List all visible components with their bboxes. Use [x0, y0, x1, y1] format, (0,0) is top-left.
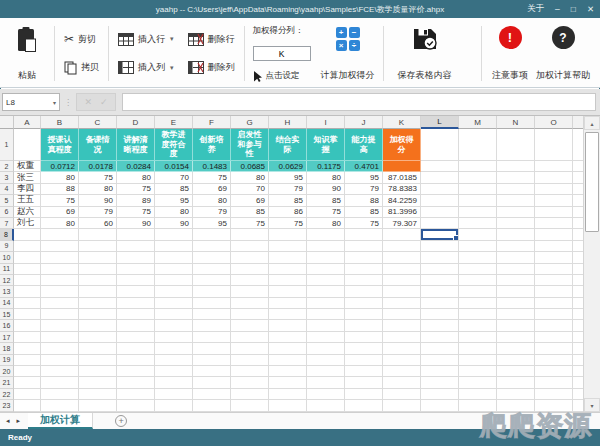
cell-G18[interactable]	[231, 343, 269, 354]
cell-F6[interactable]: 79	[193, 207, 231, 218]
cell-I4[interactable]: 90	[307, 184, 345, 195]
cell-M16[interactable]	[459, 320, 497, 331]
cell-H1[interactable]: 结合实际	[269, 129, 307, 161]
cell-B21[interactable]	[41, 377, 79, 388]
row-header-6[interactable]: 6	[0, 207, 14, 218]
column-header-D[interactable]: D	[117, 116, 155, 129]
cell-N5[interactable]	[497, 195, 535, 206]
cell-O17[interactable]	[535, 332, 573, 343]
cell-N9[interactable]	[497, 241, 535, 252]
row-header-14[interactable]: 14	[0, 298, 14, 309]
cell-C6[interactable]: 79	[79, 207, 117, 218]
cell-J8[interactable]	[345, 229, 383, 240]
cell-C23[interactable]	[79, 400, 117, 411]
formula-input[interactable]	[122, 93, 596, 111]
cell-I7[interactable]: 80	[307, 218, 345, 229]
cell-G8[interactable]	[231, 229, 269, 240]
cell-B5[interactable]: 75	[41, 195, 79, 206]
row-header-21[interactable]: 21	[0, 377, 14, 388]
cell-F15[interactable]	[193, 309, 231, 320]
cell-E17[interactable]	[155, 332, 193, 343]
cell-N18[interactable]	[497, 343, 535, 354]
cell-C18[interactable]	[79, 343, 117, 354]
cell-B3[interactable]: 80	[41, 172, 79, 183]
cell-H21[interactable]	[269, 377, 307, 388]
cell-B12[interactable]	[41, 275, 79, 286]
cell-O18[interactable]	[535, 343, 573, 354]
cell-E16[interactable]	[155, 320, 193, 331]
cell-I8[interactable]	[307, 229, 345, 240]
cell-L15[interactable]	[421, 309, 459, 320]
cell-I15[interactable]	[307, 309, 345, 320]
cell-B14[interactable]	[41, 298, 79, 309]
column-header-J[interactable]: J	[345, 116, 383, 129]
cell-E10[interactable]	[155, 252, 193, 263]
cell-K3[interactable]: 87.0185	[383, 172, 421, 183]
cell-K9[interactable]	[383, 241, 421, 252]
cell-F3[interactable]: 75	[193, 172, 231, 183]
cell-O4[interactable]	[535, 184, 573, 195]
column-header-F[interactable]: F	[193, 116, 231, 129]
cell-N16[interactable]	[497, 320, 535, 331]
cell-O6[interactable]	[535, 207, 573, 218]
row-header-13[interactable]: 13	[0, 286, 14, 297]
cell-B2[interactable]: 0.0712	[41, 161, 79, 172]
add-sheet-button[interactable]: +	[115, 415, 127, 427]
cell-E11[interactable]	[155, 264, 193, 275]
cell-B4[interactable]: 88	[41, 184, 79, 195]
cell-M23[interactable]	[459, 400, 497, 411]
cell-H6[interactable]: 86	[269, 207, 307, 218]
cell-I6[interactable]: 75	[307, 207, 345, 218]
weight-col-input[interactable]	[253, 46, 311, 61]
cell-M20[interactable]	[459, 366, 497, 377]
cell-J4[interactable]: 79	[345, 184, 383, 195]
cell-N3[interactable]	[497, 172, 535, 183]
cell-J21[interactable]	[345, 377, 383, 388]
cell-D20[interactable]	[117, 366, 155, 377]
cell-B15[interactable]	[41, 309, 79, 320]
cell-D9[interactable]	[117, 241, 155, 252]
cell-D1[interactable]: 讲解清晰程度	[117, 129, 155, 161]
column-header-M[interactable]: M	[459, 116, 497, 129]
cell-H18[interactable]	[269, 343, 307, 354]
cell-H17[interactable]	[269, 332, 307, 343]
cell-N8[interactable]	[497, 229, 535, 240]
cell-I3[interactable]: 80	[307, 172, 345, 183]
cell-A22[interactable]	[14, 389, 41, 400]
cell-B18[interactable]	[41, 343, 79, 354]
cell-G4[interactable]: 70	[231, 184, 269, 195]
cell-H14[interactable]	[269, 298, 307, 309]
cell-A12[interactable]	[14, 275, 41, 286]
cell-F7[interactable]: 95	[193, 218, 231, 229]
cell-A11[interactable]	[14, 264, 41, 275]
cell-C19[interactable]	[79, 355, 117, 366]
column-header-I[interactable]: I	[307, 116, 345, 129]
cell-A4[interactable]: 李四	[14, 184, 41, 195]
cell-E12[interactable]	[155, 275, 193, 286]
cell-B1[interactable]: 授课认真程度	[41, 129, 79, 161]
cell-I20[interactable]	[307, 366, 345, 377]
cell-M4[interactable]	[459, 184, 497, 195]
cell-B22[interactable]	[41, 389, 79, 400]
cell-C4[interactable]: 80	[79, 184, 117, 195]
cell-M14[interactable]	[459, 298, 497, 309]
cell-A1[interactable]	[14, 129, 41, 161]
cell-E2[interactable]: 0.0154	[155, 161, 193, 172]
cell-I14[interactable]	[307, 298, 345, 309]
cell-M22[interactable]	[459, 389, 497, 400]
calc-weighted-button[interactable]: + − × ÷ 计算加权得分	[319, 23, 377, 84]
cell-M8[interactable]	[459, 229, 497, 240]
cell-N2[interactable]	[497, 161, 535, 172]
cell-E4[interactable]: 85	[155, 184, 193, 195]
chevron-down-icon[interactable]: ▾	[170, 35, 174, 43]
row-header-3[interactable]: 3	[0, 172, 14, 183]
cell-A2[interactable]: 权重	[14, 161, 41, 172]
cell-G7[interactable]: 75	[231, 218, 269, 229]
cell-E1[interactable]: 教学进度符合度	[155, 129, 193, 161]
cell-K17[interactable]	[383, 332, 421, 343]
cell-L18[interactable]	[421, 343, 459, 354]
cell-L4[interactable]	[421, 184, 459, 195]
save-table-button[interactable]: 保存表格内容	[390, 23, 460, 84]
cell-N21[interactable]	[497, 377, 535, 388]
cell-G9[interactable]	[231, 241, 269, 252]
